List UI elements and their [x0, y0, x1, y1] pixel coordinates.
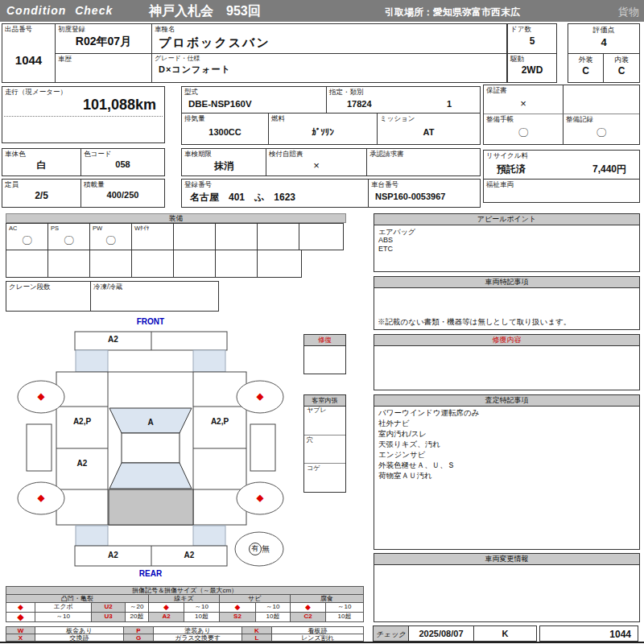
interior-trim-title: 客室内張	[304, 395, 345, 407]
damage-diamond-icon: ◆	[29, 493, 53, 503]
mark-left-front-door: A2,P	[56, 417, 108, 426]
mark-rear-bumper-right: A2	[151, 551, 227, 559]
equipment-mark-2: 〇	[90, 233, 131, 248]
cargo-area-shape	[109, 489, 193, 525]
mileage-divider	[4, 116, 163, 117]
warranty-box: 保証書 × 整備手帳 〇 整備記録 〇	[483, 85, 640, 145]
assessment-box: 査定特記事項 パワーウインドウ運転席のみ 社外ナビ 室内汚れ/スレ 天張りキズ、…	[374, 394, 640, 550]
grade-label: グレード・仕様	[155, 55, 200, 63]
first-registration-cell: 初度登録 R02年07月	[56, 24, 152, 54]
roof-shape	[122, 433, 180, 463]
load-value: 400/250	[81, 190, 164, 200]
inspection-label: 車検期限	[184, 150, 212, 158]
equipment-cell-3: Wﾀｲﾔ	[131, 223, 174, 250]
freezer-cell: 冷凍/冷蔵	[91, 282, 218, 311]
freezer-label: 冷凍/冷蔵	[93, 283, 122, 291]
mark-rear-bumper-left: A2	[75, 551, 151, 559]
check-date-cell: 2025/08/07	[408, 625, 474, 642]
assessment-title: 査定特記事項	[374, 395, 639, 407]
load-cell: 積載量 400/250	[81, 180, 164, 207]
maintenance-book-value: 〇	[484, 126, 563, 140]
exterior-label: 外装	[568, 55, 603, 65]
transmission-value: AT	[378, 127, 480, 137]
main-info-box: 出品番号 1044 初度登録 R02年07月 車歴 車種名 プロボックスバン グ…	[2, 23, 507, 83]
crane-freezer-box: クレーン段数 冷凍/冷蔵	[6, 281, 219, 312]
equipment-label-2: PW	[93, 225, 102, 233]
damage-diamond-icon: ◆	[248, 493, 272, 503]
check-lot-cell: 1044	[539, 625, 638, 642]
assessment-line-5: 外装色褪せＡ、Ｕ、Ｓ	[378, 460, 455, 471]
vehicle-notes-disclaimer: ※記載のない書類・機器等は無しとして取り扱います。	[378, 317, 571, 328]
equipment-label-3: Wﾀｲﾔ	[134, 225, 149, 233]
reg-no-cell: 登録番号 名古屋 401 ふ 1623	[182, 180, 369, 207]
legend-g2-r2-size: 10超	[255, 612, 291, 622]
grade-cell: グレード・仕様 D×コンフォート	[152, 54, 506, 82]
maintenance-record-label: 整備記録	[566, 115, 593, 123]
lot-number-cell: 出品番号 1044	[2, 24, 56, 82]
interior-trim-row-2: コゲ	[304, 464, 345, 492]
displacement-value: 1300CC	[182, 127, 268, 137]
vehicle-notes-title: 車両特記事項	[374, 277, 639, 288]
condition-check-sheet: Condition Check 神戸入札会 953回 引取場所：愛知県弥富市西末…	[0, 0, 644, 644]
maintenance-record-cell: 整備記録 〇	[564, 114, 639, 144]
cowl-left-shape	[76, 350, 108, 372]
change-info-title-text: 車両変更情報	[485, 555, 529, 563]
legend-g1-r2-code: A2	[148, 612, 184, 622]
class-sub-value: 1	[447, 99, 452, 109]
interior-trim-row-0: ヤブレ	[304, 406, 345, 436]
lot-number-value: 1044	[2, 53, 55, 67]
displacement-label: 排気量	[184, 114, 205, 122]
fuel-cell: 燃料 ｶﾞｿﾘﾝ	[269, 114, 378, 144]
model-code-label: 型式	[184, 88, 198, 96]
recycle-label: リサイクル料	[486, 151, 528, 159]
doors-value: 5	[508, 35, 556, 47]
equipment-cell-4	[173, 223, 216, 250]
appeal-title: アピールポイント	[374, 214, 639, 225]
equipment-title: 装備	[169, 214, 184, 222]
model-code-cell: 型式 DBE-NSP160V	[182, 87, 327, 114]
check-label-cell: チェック	[373, 625, 409, 642]
maintenance-book-label: 整備手帳	[486, 115, 514, 123]
score-value: 4	[568, 36, 639, 48]
assessment-line-4: エンジンサビ	[378, 450, 425, 460]
recycle-fee-value: 7,440円	[592, 163, 626, 176]
approval-label: 承認請求書	[369, 150, 404, 158]
jibaiseki-label: 検付自賠責	[269, 150, 303, 158]
rocker-right-shape	[250, 424, 275, 471]
check-label: チェック	[374, 630, 408, 640]
approval-cell: 承認請求書	[367, 149, 480, 175]
interior-cell: 内装 C	[604, 54, 639, 82]
pickup-location: 引取場所：愛知県弥富市西末広	[385, 6, 520, 19]
repair-flag-title: 修復	[304, 335, 345, 346]
interior-trim-row-1: 穴	[304, 436, 345, 464]
rocker-left-shape	[27, 424, 52, 471]
mileage-value: 101,088km	[83, 97, 156, 114]
color-code-value: 058	[81, 159, 164, 169]
legend-g1-r2-size: 10超	[184, 612, 220, 622]
fuel-value: ｶﾞｿﾘﾝ	[269, 127, 377, 137]
rear-window-shape	[109, 463, 192, 489]
recycle-box: リサイクル料 預託済 7,440円 福祉車両	[483, 150, 640, 203]
warranty-value: ×	[484, 97, 563, 109]
equipment-cell-5	[215, 223, 258, 250]
legend-g3-r2-size: 10超	[325, 612, 364, 622]
front-label: FRONT	[121, 317, 180, 326]
check-date: 2025/08/07	[409, 629, 473, 638]
equipment-mark-1: 〇	[48, 233, 89, 248]
history-label: 車歴	[58, 55, 72, 63]
damage-diamond-icon: ◆	[29, 391, 53, 402]
chassis-label: 車台番号	[371, 180, 398, 188]
auction-title: 神戸入札会 953回	[149, 3, 261, 20]
drive-label: 駆動	[510, 55, 524, 63]
maintenance-book-cell: 整備手帳 〇	[484, 114, 564, 144]
model-name-label: 車種名	[155, 25, 175, 33]
mark-front-bumper: A2	[75, 335, 151, 344]
crane-cell: クレーン段数	[6, 282, 91, 311]
interior-trim-title-text: 客室内張	[312, 397, 338, 404]
recycle-status-value: 預託済	[497, 163, 526, 176]
repair-flag-title-text: 修復	[318, 336, 332, 344]
inspection-value: 抹消	[182, 159, 266, 173]
capacity-label: 定員	[5, 180, 19, 188]
mark-left-rear-door: A2	[56, 459, 108, 468]
equipment-cell-1: PS 〇	[47, 223, 90, 250]
